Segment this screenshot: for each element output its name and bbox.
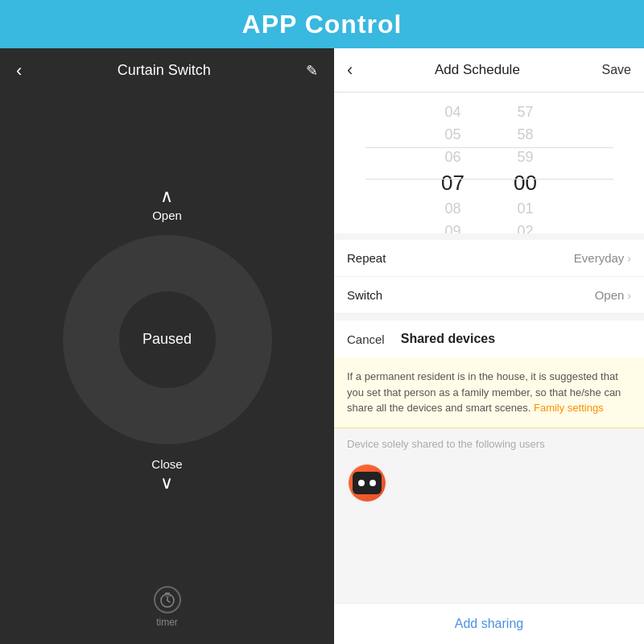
hour-item-06: 06 [429,146,477,168]
switch-row[interactable]: Switch Open › [334,277,644,314]
open-label: Open [152,208,182,222]
back-icon[interactable]: ‹ [16,60,22,81]
repeat-label: Repeat [347,251,386,265]
schedule-back-icon[interactable]: ‹ [347,60,353,80]
shared-devices-title: Shared devices [401,332,495,346]
minute-item-59: 59 [502,146,550,168]
main-content: ‹ Curtain Switch ✎ ∧ Open Paused Close ∨ [0,48,644,644]
left-panel: ‹ Curtain Switch ✎ ∧ Open Paused Close ∨ [0,48,334,644]
timer-label: timer [156,617,178,628]
repeat-value-text: Everyday [574,251,625,265]
close-chevron-icon[interactable]: ∨ [160,474,173,492]
pause-button[interactable]: Paused [119,291,216,388]
outer-circle[interactable]: Paused [63,235,272,444]
left-nav: ‹ Curtain Switch ✎ [0,48,334,93]
cancel-button[interactable]: Cancel [347,332,385,346]
minute-item-00-selected: 00 [502,168,550,197]
repeat-row[interactable]: Repeat Everyday › [334,240,644,277]
hour-column[interactable]: 04 05 06 07 08 09 10 [429,101,477,225]
curtain-switch-title: Curtain Switch [118,62,211,79]
hour-item-07-selected: 07 [429,168,477,197]
hour-item-08: 08 [429,197,477,220]
robot-avatar [349,464,386,502]
minute-item-57: 57 [502,101,550,123]
shared-devices-header: Cancel Shared devices [334,314,644,357]
avatar-row [334,456,644,510]
timer-icon [154,586,181,613]
time-picker[interactable]: 04 05 06 07 08 09 10 57 58 59 00 01 02 0… [334,93,644,233]
pause-label: Paused [142,331,192,348]
save-button[interactable]: Save [602,63,631,77]
repeat-value: Everyday › [574,251,631,265]
minute-item-02: 02 [502,220,550,233]
family-settings-link[interactable]: Family settings [534,402,604,414]
robot-face [353,472,382,494]
minute-item-58: 58 [502,123,550,146]
schedule-title: Add Schedule [435,62,520,78]
switch-chevron-icon: › [627,289,631,302]
right-panel: ‹ Add Schedule Save 04 05 06 07 08 09 10… [334,48,644,644]
switch-value-text: Open [595,288,625,302]
hour-item-04: 04 [429,101,477,123]
app-header: APP Control [0,0,644,48]
minute-item-01: 01 [502,197,550,220]
timer-section[interactable]: timer [0,586,334,644]
hour-item-09: 09 [429,220,477,233]
hour-item-05: 05 [429,123,477,146]
robot-eye-left [358,480,365,486]
open-section: ∧ Open [152,188,182,222]
schedule-nav: ‹ Add Schedule Save [334,48,644,93]
edit-icon[interactable]: ✎ [306,62,318,80]
open-chevron-icon[interactable]: ∧ [160,188,173,205]
add-sharing-button[interactable]: Add sharing [334,603,644,644]
switch-label: Switch [347,288,382,302]
curtain-control: ∧ Open Paused Close ∨ [0,93,334,586]
app-header-title: APP Control [242,10,402,39]
switch-value: Open › [595,288,631,302]
minute-column[interactable]: 57 58 59 00 01 02 03 [502,101,550,225]
user-avatar [347,463,387,503]
close-label: Close [151,457,182,471]
robot-eye-right [369,480,376,486]
repeat-chevron-icon: › [627,252,631,265]
close-section: Close ∨ [151,457,182,492]
info-box: If a permanent resident is in the house,… [334,357,644,428]
info-text: If a permanent resident is in the house,… [347,369,631,416]
device-shared-label: Device solely shared to the following us… [334,428,644,456]
time-picker-selection-lines [365,147,613,180]
